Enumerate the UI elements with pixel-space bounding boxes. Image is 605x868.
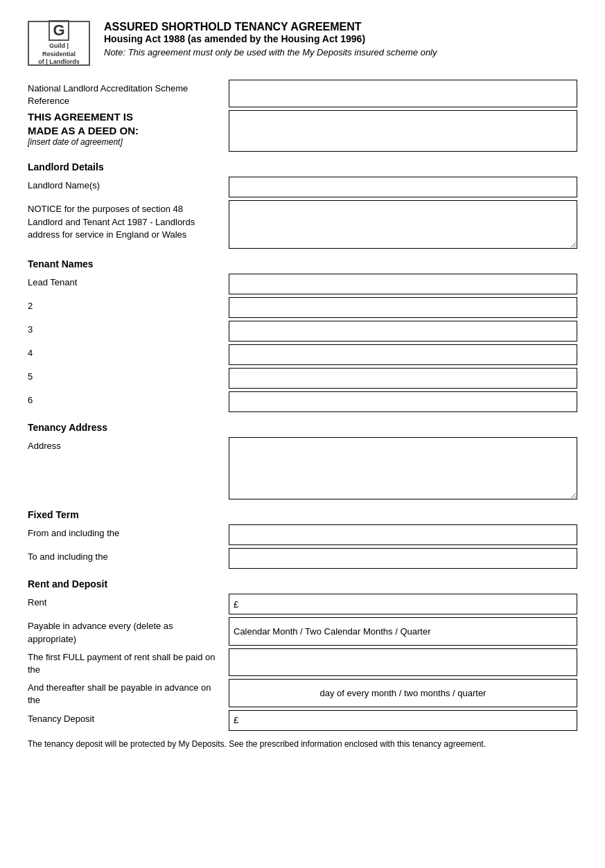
thereafter-label: And thereafter shall be payable in advan… xyxy=(28,679,229,707)
tenant-label-5: 6 xyxy=(28,391,229,412)
landlord-notice-label: NOTICE for the purposes of section 48 La… xyxy=(28,200,229,249)
deed-title-line2: MADE AS A DEED ON: xyxy=(28,124,220,138)
tenant-label-4: 5 xyxy=(28,368,229,389)
payable-label: Payable in advance every (delete as appr… xyxy=(28,617,229,645)
tenant-label-1: 2 xyxy=(28,297,229,318)
thereafter-value: day of every month / two months / quarte… xyxy=(229,679,577,707)
nlas-input[interactable] xyxy=(229,80,577,107)
first-payment-input[interactable] xyxy=(229,648,577,676)
tenant-row-1: 2 xyxy=(28,297,577,318)
tenant-input-1[interactable] xyxy=(229,297,577,318)
rent-prefix: £ xyxy=(234,599,238,610)
deed-title-line1: THIS AGREEMENT IS xyxy=(28,110,220,124)
deposit-prefix: £ xyxy=(234,715,238,725)
deed-italic: [insert date of agreement] xyxy=(28,137,220,147)
rent-input-wrapper: £ xyxy=(229,594,577,614)
landlord-name-row: Landlord Name(s) xyxy=(28,177,577,197)
header-text: ASSURED SHORTHOLD TENANCY AGREEMENT Hous… xyxy=(104,21,437,57)
header: G Guild | Residentialof | Landlords ASSU… xyxy=(28,21,577,66)
rent-row: Rent £ xyxy=(28,594,577,614)
nlas-row: National Landlord Accreditation Scheme R… xyxy=(28,80,577,107)
footer-text: The tenancy deposit will be protected by… xyxy=(28,738,577,750)
title: ASSURED SHORTHOLD TENANCY AGREEMENT xyxy=(104,21,437,33)
rent-label: Rent xyxy=(28,594,229,614)
logo-g-letter: G xyxy=(49,20,69,41)
logo-text: Guild | Residentialof | Landlords xyxy=(32,42,86,67)
address-row: Address xyxy=(28,437,577,499)
landlord-name-input[interactable] xyxy=(229,177,577,197)
deed-input[interactable] xyxy=(229,110,577,152)
thereafter-row: And thereafter shall be payable in advan… xyxy=(28,679,577,707)
landlord-details-title: Landlord Details xyxy=(28,161,577,172)
tenant-row-4: 5 xyxy=(28,368,577,389)
tenancy-address-section: Tenancy Address Address xyxy=(28,422,577,499)
fixed-term-section: Fixed Term From and including the To and… xyxy=(28,509,577,569)
tenant-names-section: Tenant Names Lead Tenant 2 3 4 5 6 xyxy=(28,258,577,412)
address-label: Address xyxy=(28,437,229,499)
rent-amount-input[interactable] xyxy=(241,599,572,610)
tenant-row-3: 4 xyxy=(28,344,577,365)
deposit-amount-input[interactable] xyxy=(241,715,572,725)
fixed-term-title: Fixed Term xyxy=(28,509,577,520)
deed-label: THIS AGREEMENT IS MADE AS A DEED ON: [in… xyxy=(28,110,229,152)
from-input[interactable] xyxy=(229,524,577,545)
tenant-label-3: 4 xyxy=(28,344,229,365)
rent-deposit-section: Rent and Deposit Rent £ Payable in advan… xyxy=(28,578,577,730)
tenant-label-2: 3 xyxy=(28,321,229,342)
deposit-input-wrapper: £ xyxy=(229,710,577,731)
deposit-label: Tenancy Deposit xyxy=(28,710,229,731)
tenant-input-2[interactable] xyxy=(229,321,577,342)
tenant-row-5: 6 xyxy=(28,391,577,412)
to-input[interactable] xyxy=(229,548,577,569)
to-label: To and including the xyxy=(28,548,229,569)
landlord-details-section: Landlord Details Landlord Name(s) NOTICE… xyxy=(28,161,577,249)
tenant-names-title: Tenant Names xyxy=(28,258,577,269)
subtitle: Housing Act 1988 (as amended by the Hous… xyxy=(104,33,437,44)
tenant-row-2: 3 xyxy=(28,321,577,342)
to-row: To and including the xyxy=(28,548,577,569)
landlord-name-label: Landlord Name(s) xyxy=(28,177,229,197)
first-payment-row: The first FULL payment of rent shall be … xyxy=(28,648,577,676)
deposit-row: Tenancy Deposit £ xyxy=(28,710,577,731)
deed-row: THIS AGREEMENT IS MADE AS A DEED ON: [in… xyxy=(28,110,577,152)
payable-row: Payable in advance every (delete as appr… xyxy=(28,617,577,645)
first-payment-label: The first FULL payment of rent shall be … xyxy=(28,648,229,676)
rent-deposit-title: Rent and Deposit xyxy=(28,578,577,590)
tenant-input-4[interactable] xyxy=(229,368,577,389)
header-note: Note: This agreement must only be used w… xyxy=(104,47,437,57)
payable-value: Calendar Month / Two Calendar Months / Q… xyxy=(229,617,577,645)
from-label: From and including the xyxy=(28,524,229,545)
landlord-notice-input[interactable] xyxy=(229,200,577,249)
address-input[interactable] xyxy=(229,437,577,499)
tenancy-address-title: Tenancy Address xyxy=(28,422,577,433)
tenant-label-0: Lead Tenant xyxy=(28,274,229,294)
tenant-input-3[interactable] xyxy=(229,344,577,365)
tenant-input-5[interactable] xyxy=(229,391,577,412)
landlord-notice-row: NOTICE for the purposes of section 48 La… xyxy=(28,200,577,249)
from-row: From and including the xyxy=(28,524,577,545)
tenant-input-0[interactable] xyxy=(229,274,577,294)
tenant-row-0: Lead Tenant xyxy=(28,274,577,294)
logo: G Guild | Residentialof | Landlords xyxy=(28,21,90,66)
nlas-label: National Landlord Accreditation Scheme R… xyxy=(28,80,229,107)
